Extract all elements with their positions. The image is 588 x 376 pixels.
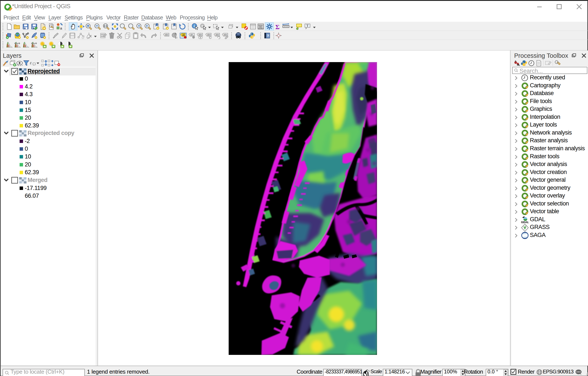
svg-text:abc: abc: [165, 34, 169, 36]
svg-text:T: T: [306, 24, 309, 27]
svg-text:?: ?: [267, 34, 269, 37]
svg-text:ε: ε: [30, 60, 32, 65]
svg-text:1:1: 1:1: [104, 25, 107, 27]
svg-text:ab: ab: [182, 34, 185, 36]
svg-text:abc: abc: [224, 34, 228, 36]
svg-text:abc: abc: [207, 34, 211, 36]
svg-text:ab: ab: [190, 34, 193, 36]
svg-text:abc: abc: [199, 34, 202, 36]
svg-text:GDAL: GDAL: [521, 221, 529, 224]
svg-text:i: i: [194, 24, 195, 28]
svg-text:a: a: [60, 26, 62, 30]
svg-text:Σ: Σ: [275, 23, 280, 30]
svg-text:abc: abc: [216, 34, 219, 36]
